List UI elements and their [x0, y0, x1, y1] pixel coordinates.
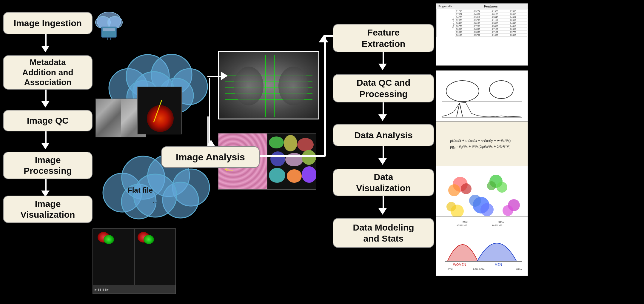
image-processing-box: Image Processing	[3, 152, 93, 179]
svg-point-45	[107, 16, 122, 28]
server-icon	[93, 6, 125, 42]
svg-text:Flat file: Flat file	[128, 186, 153, 194]
data-qc-box: Data QC and Processing	[333, 74, 434, 102]
svg-point-17	[489, 81, 513, 99]
data-modeling-box: Data Modeling and Stats	[333, 218, 434, 248]
microscopy-thumbnail: ▶ ▮▮ ▮ ▮▶	[93, 228, 176, 294]
image-analysis-box: Image Analysis	[161, 146, 260, 168]
data-qc-thumbnail	[436, 70, 528, 125]
metadata-box: Metadata Addition and Association	[3, 55, 93, 90]
svg-point-24	[497, 182, 507, 193]
svg-text:...: ...	[153, 198, 158, 204]
svg-point-16	[446, 81, 479, 102]
svg-point-27	[469, 195, 481, 207]
data-visualization-thumbnail	[436, 166, 528, 221]
image-qc-box: Image QC	[3, 110, 93, 131]
svg-point-30	[503, 205, 513, 216]
image-visualization-box: Image Visualization	[3, 196, 93, 223]
svg-rect-18	[442, 102, 522, 102]
svg-text:47%: 47%	[448, 268, 453, 271]
svg-point-25	[487, 181, 496, 190]
image-ingestion-box: Image Ingestion	[3, 12, 93, 34]
data-visualization-box: Data Visualization	[333, 169, 434, 196]
svg-point-32	[446, 202, 456, 211]
svg-point-13	[134, 174, 177, 217]
features-table-thumbnail: Single cells Features Single cells 0.129…	[436, 3, 528, 66]
fluorescence-thumbnail	[137, 87, 182, 134]
svg-point-22	[461, 183, 472, 194]
svg-text:92% 93%: 92% 93%	[473, 268, 485, 271]
data-analysis-thumbnail: ρ(∂u/∂t + u·∂u/∂x + v·∂u/∂y + w·∂u/∂z) =…	[436, 121, 528, 167]
svg-text:97%: 97%	[498, 221, 504, 224]
svg-text:82%: 82%	[516, 268, 522, 271]
svg-text:WOMEN: WOMEN	[453, 263, 466, 266]
svg-rect-47	[103, 28, 115, 31]
ct-scan-thumbnail	[218, 51, 319, 119]
svg-point-21	[448, 184, 460, 196]
feature-extraction-box: Feature Extraction	[333, 24, 434, 52]
data-modeling-thumbnail: WOMEN MEN 47% 92% 93% 82% 50% 97% +/-3% …	[436, 217, 528, 276]
svg-text:MEN: MEN	[495, 263, 502, 266]
svg-text:+/-9% ME: +/-9% ME	[492, 224, 502, 227]
svg-text:50%: 50%	[463, 221, 468, 224]
data-analysis-box: Data Analysis	[333, 124, 434, 146]
svg-point-28	[480, 203, 494, 216]
svg-text:+/-3% ME: +/-3% ME	[457, 224, 467, 227]
